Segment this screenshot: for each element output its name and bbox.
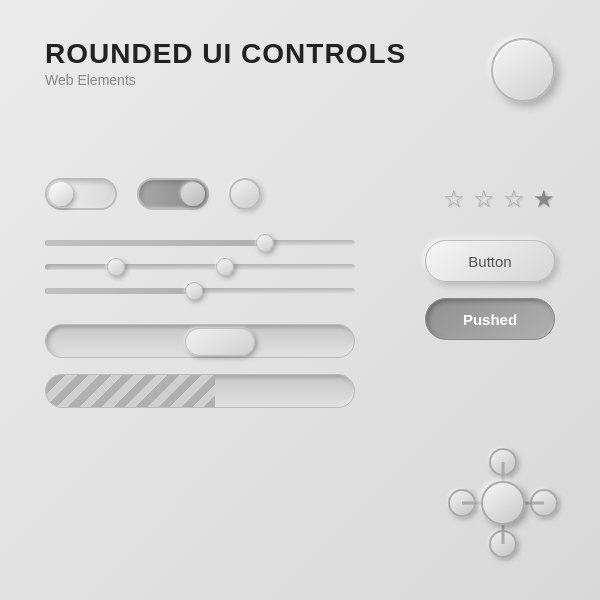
subtitle-text: Web Elements	[45, 72, 555, 88]
star-3[interactable]: ☆	[503, 185, 525, 213]
toggle-off-knob	[49, 182, 73, 206]
toggle-off[interactable]	[45, 178, 117, 210]
slider-3-fill	[45, 288, 194, 294]
main-container: ROUNDED UI CONTROLS Web Elements ☆ ☆ ☆ ★	[0, 0, 600, 600]
title-text: ROUNDED UI CONTROLS	[45, 40, 555, 68]
scrollbar-thumb[interactable]	[185, 328, 255, 356]
star-2[interactable]: ☆	[473, 185, 495, 213]
radio-button[interactable]	[229, 178, 261, 210]
slider-2-thumb-right[interactable]	[216, 258, 234, 276]
progress-bar	[45, 374, 355, 408]
page-title: ROUNDED UI CONTROLS Web Elements	[45, 40, 555, 88]
slider-3[interactable]	[45, 288, 355, 294]
slider-1-thumb[interactable]	[256, 234, 274, 252]
star-4[interactable]: ★	[533, 185, 555, 213]
toggle-on[interactable]	[137, 178, 209, 210]
scrollbar[interactable]	[45, 324, 355, 358]
slider-2[interactable]	[45, 264, 355, 270]
star-1[interactable]: ☆	[443, 185, 465, 213]
buttons-section: Button Pushed	[425, 240, 555, 340]
toggle-on-knob	[181, 182, 205, 206]
slider-3-thumb[interactable]	[185, 282, 203, 300]
joystick-control[interactable]	[448, 448, 558, 558]
progress-fill	[46, 375, 215, 407]
circle-button-top[interactable]	[491, 38, 555, 102]
slider-2-thumb-left[interactable]	[107, 258, 125, 276]
slider-1[interactable]	[45, 240, 355, 246]
button-normal[interactable]: Button	[425, 240, 555, 282]
button-pushed[interactable]: Pushed	[425, 298, 555, 340]
joystick-btn-center[interactable]	[481, 481, 525, 525]
stars-rating[interactable]: ☆ ☆ ☆ ★	[443, 185, 555, 213]
slider-1-fill	[45, 240, 262, 246]
